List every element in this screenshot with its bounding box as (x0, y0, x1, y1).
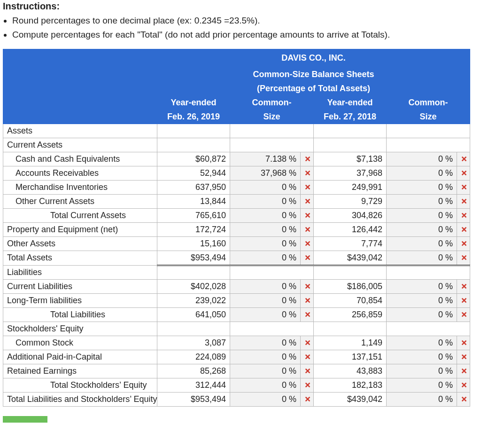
percent-2019-input[interactable]: 0 % (230, 293, 301, 307)
section-label: Stockholders' Equity (3, 322, 157, 336)
percent-2018-input[interactable]: 0 % (387, 152, 457, 166)
header-subtitle: (Percentage of Total Assets) (157, 81, 470, 95)
percent-2019-input[interactable]: 0 % (230, 194, 301, 208)
value-2018: 126,442 (314, 222, 387, 236)
percent-2019-input[interactable]: 37,968 % (230, 166, 301, 180)
percent-2018-input[interactable]: 0 % (387, 293, 457, 307)
incorrect-icon (457, 279, 470, 293)
percent-2018-input[interactable]: 0 % (387, 208, 457, 222)
percent-2019-input[interactable]: 0 % (230, 392, 301, 406)
instruction-item: Compute percentages for each "Total" (do… (12, 28, 478, 42)
table-row: Current Liabilities$402,0280 %$186,0050 … (3, 279, 470, 293)
table-row: Long-Term liabilities239,0220 %70,8540 % (3, 293, 470, 307)
incorrect-icon (457, 251, 470, 265)
value-2019: 637,950 (157, 180, 230, 194)
incorrect-icon (301, 251, 314, 265)
percent-2018-input[interactable]: 0 % (387, 279, 457, 293)
col-common-size-2019-line1: Common- (230, 95, 314, 110)
incorrect-icon (301, 378, 314, 392)
value-2019: $402,028 (157, 279, 230, 293)
row-label: Total Liabilities and Stockholders’ Equi… (3, 392, 157, 406)
progress-bar (3, 415, 478, 425)
percent-2019-input[interactable]: 0 % (230, 336, 301, 350)
row-label: Total Liabilities (3, 307, 157, 322)
incorrect-icon (301, 293, 314, 307)
percent-2018-input[interactable]: 0 % (387, 194, 457, 208)
percent-2019-input[interactable]: 0 % (230, 307, 301, 322)
incorrect-icon (457, 293, 470, 307)
percent-2018-input[interactable]: 0 % (387, 307, 457, 322)
incorrect-icon (301, 392, 314, 406)
table-row: Common Stock3,0870 %1,1490 % (3, 336, 470, 350)
percent-2019-input[interactable]: 0 % (230, 378, 301, 392)
percent-2018-input[interactable]: 0 % (387, 336, 457, 350)
percent-2019-input[interactable]: 7.138 % (230, 152, 301, 166)
col-year-2019-line1: Year-ended (157, 95, 230, 110)
incorrect-icon (301, 307, 314, 322)
value-2018: 9,729 (314, 194, 387, 208)
row-label: Retained Earnings (3, 364, 157, 378)
table-section-row: Current Assets (3, 138, 470, 152)
percent-2018-input[interactable]: 0 % (387, 166, 457, 180)
value-2019: $953,494 (157, 392, 230, 406)
value-2019: 641,050 (157, 307, 230, 322)
incorrect-icon (457, 180, 470, 194)
incorrect-icon (301, 279, 314, 293)
value-2018: 37,968 (314, 166, 387, 180)
value-2018: 1,149 (314, 336, 387, 350)
incorrect-icon (457, 350, 470, 364)
value-2018: 43,883 (314, 364, 387, 378)
percent-2019-input[interactable]: 0 % (230, 180, 301, 194)
incorrect-icon (301, 180, 314, 194)
row-label: Current Liabilities (3, 279, 157, 293)
table-row: Accounts Receivables52,94437,968 %37,968… (3, 166, 470, 180)
table-section-row: Liabilities (3, 265, 470, 279)
progress-segment (3, 416, 47, 423)
percent-2018-input[interactable]: 0 % (387, 180, 457, 194)
table-row: Cash and Cash Equivalents$60,8727.138 %$… (3, 152, 470, 166)
percent-2019-input[interactable]: 0 % (230, 279, 301, 293)
percent-2018-input[interactable]: 0 % (387, 236, 457, 251)
incorrect-icon (457, 166, 470, 180)
percent-2018-input[interactable]: 0 % (387, 350, 457, 364)
value-2018: 137,151 (314, 350, 387, 364)
percent-2018-input[interactable]: 0 % (387, 251, 457, 265)
incorrect-icon (457, 194, 470, 208)
value-2019: $953,494 (157, 251, 230, 265)
table-row: Additional Paid-in-Capital224,0890 %137,… (3, 350, 470, 364)
percent-2019-input[interactable]: 0 % (230, 208, 301, 222)
incorrect-icon (301, 222, 314, 236)
col-year-2019-line2: Feb. 26, 2019 (157, 110, 230, 124)
table-section-row: Stockholders' Equity (3, 322, 470, 336)
table-row: Property and Equipment (net)172,7240 %12… (3, 222, 470, 236)
percent-2019-input[interactable]: 0 % (230, 236, 301, 251)
value-2019: 85,268 (157, 364, 230, 378)
col-common-size-2019-line2: Size (230, 110, 314, 124)
table-row: Other Assets15,1600 %7,7740 % (3, 236, 470, 251)
incorrect-icon (457, 307, 470, 322)
incorrect-icon (457, 378, 470, 392)
value-2019: 52,944 (157, 166, 230, 180)
incorrect-icon (457, 392, 470, 406)
incorrect-icon (301, 194, 314, 208)
row-label: Accounts Receivables (3, 166, 157, 180)
percent-2019-input[interactable]: 0 % (230, 350, 301, 364)
incorrect-icon (457, 208, 470, 222)
percent-2019-input[interactable]: 0 % (230, 222, 301, 236)
value-2018: 249,991 (314, 180, 387, 194)
percent-2018-input[interactable]: 0 % (387, 392, 457, 406)
percent-2019-input[interactable]: 0 % (230, 364, 301, 378)
percent-2018-input[interactable]: 0 % (387, 364, 457, 378)
incorrect-icon (301, 166, 314, 180)
percent-2018-input[interactable]: 0 % (387, 222, 457, 236)
percent-2018-input[interactable]: 0 % (387, 378, 457, 392)
instructions-heading: Instructions: (3, 1, 478, 12)
col-common-size-2018-line1: Common- (387, 95, 470, 110)
row-label: Merchandise Inventories (3, 180, 157, 194)
percent-2019-input[interactable]: 0 % (230, 251, 301, 265)
incorrect-icon (301, 152, 314, 166)
incorrect-icon (301, 364, 314, 378)
section-label: Assets (3, 124, 157, 138)
value-2019: 172,724 (157, 222, 230, 236)
row-label: Additional Paid-in-Capital (3, 350, 157, 364)
